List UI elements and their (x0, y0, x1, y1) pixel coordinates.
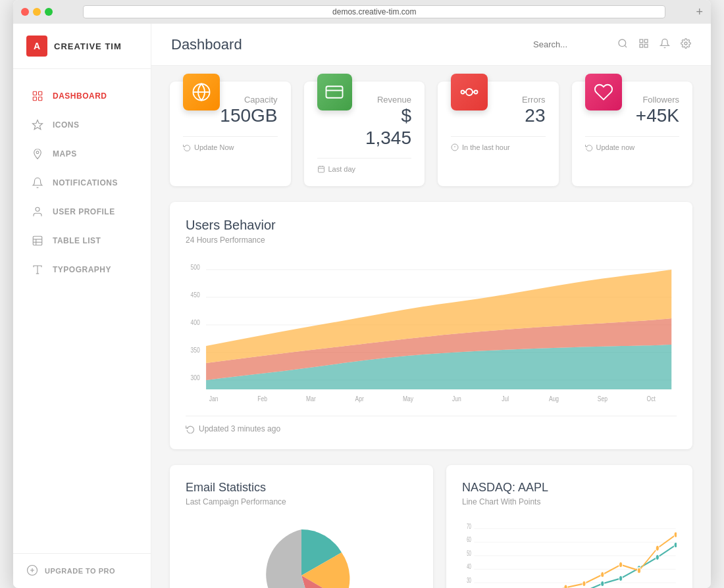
sidebar-navigation: DASHBOARD ICONS (13, 69, 151, 553)
capacity-footer: Update Now (183, 136, 278, 151)
sidebar-item-typography-label: TYPOGRAPHY (53, 265, 111, 274)
logo-icon: A (26, 36, 47, 57)
sidebar-item-table-list[interactable]: TABLE LIST (18, 227, 145, 255)
errors-label: Errors (522, 95, 545, 105)
svg-text:450: 450 (190, 291, 200, 299)
revenue-value: $ 1,345 (352, 105, 411, 149)
stat-card-top-errors: Errors 23 (451, 95, 546, 127)
svg-point-98 (674, 532, 677, 538)
svg-text:Jan: Jan (209, 395, 219, 403)
svg-point-93 (582, 581, 586, 587)
svg-text:350: 350 (190, 346, 200, 354)
sidebar-bottom: UPGRADE TO PRO (13, 553, 151, 588)
table-list-icon (32, 235, 43, 247)
nasdaq-chart-svg: 70 60 50 40 30 20 10 0 (462, 520, 677, 588)
icons-icon (32, 119, 43, 131)
svg-point-92 (564, 585, 567, 588)
minimize-dot[interactable] (33, 8, 41, 16)
svg-text:50: 50 (467, 549, 471, 557)
stat-card-top-followers: Followers +45K (585, 95, 680, 127)
browser-window: demos.creative-tim.com + A CREATIVE TIM (13, 0, 711, 588)
svg-rect-18 (640, 39, 643, 43)
search-icon[interactable] (617, 38, 628, 51)
stat-card-revenue: Revenue $ 1,345 Last day (304, 82, 425, 186)
content-area: Capacity 150GB Update Now (151, 66, 711, 588)
maximize-dot[interactable] (45, 8, 53, 16)
nasdaq-subtitle: Line Chart With Points (462, 497, 677, 506)
svg-text:60: 60 (467, 536, 471, 544)
search-bar (533, 38, 628, 51)
upgrade-label: UPGRADE TO PRO (45, 567, 115, 575)
top-bar-right (533, 38, 691, 51)
sidebar-item-maps-label: MAPS (53, 149, 77, 159)
followers-footer: Update now (585, 136, 680, 151)
sidebar-item-dashboard-label: DASHBOARD (53, 91, 107, 101)
sidebar-item-typography[interactable]: TYPOGRAPHY (18, 256, 145, 283)
followers-icon-box (585, 74, 622, 110)
behavior-chart-svg: 500 450 400 350 300 (186, 258, 677, 409)
browser-bar: demos.creative-tim.com + (13, 0, 711, 24)
url-bar[interactable]: demos.creative-tim.com (83, 5, 665, 18)
capacity-info: Capacity 150GB (220, 95, 277, 127)
svg-text:Sep: Sep (598, 395, 608, 403)
sidebar-item-user-profile[interactable]: USER PROFILE (18, 198, 145, 226)
sidebar-item-icons[interactable]: ICONS (18, 111, 145, 139)
bell-icon[interactable] (659, 38, 670, 51)
capacity-icon-box (183, 74, 220, 110)
dashboard-icon (32, 90, 43, 102)
upgrade-to-pro-button[interactable]: UPGRADE TO PRO (26, 564, 138, 577)
sidebar-item-notifications[interactable]: NOTIFICATIONS (18, 169, 145, 197)
followers-value: +45K (636, 105, 679, 127)
capacity-footer-text: Update Now (194, 143, 234, 151)
nasdaq-card: NASDAQ: AAPL Line Chart With Points 70 6… (446, 465, 692, 588)
sidebar-item-dashboard[interactable]: DASHBOARD (18, 82, 145, 110)
bottom-row: Email Statistics Last Campaign Performan… (170, 465, 692, 588)
svg-rect-7 (33, 236, 42, 245)
svg-point-94 (601, 572, 604, 577)
sidebar-item-icons-label: ICONS (53, 120, 80, 130)
user-profile-icon (32, 206, 43, 218)
followers-footer-text: Update now (596, 143, 635, 151)
revenue-icon-box (317, 74, 353, 110)
svg-text:Apr: Apr (355, 395, 365, 403)
svg-text:Oct: Oct (646, 395, 656, 403)
sidebar-item-notifications-label: NOTIFICATIONS (53, 178, 118, 187)
svg-point-22 (685, 42, 687, 45)
svg-rect-1 (39, 91, 42, 95)
behavior-chart-subtitle: 24 Hours Performance (186, 235, 677, 245)
stat-card-top: Capacity 150GB (183, 95, 278, 127)
sidebar-item-maps[interactable]: MAPS (18, 140, 145, 168)
svg-point-5 (36, 151, 39, 154)
search-input[interactable] (533, 39, 612, 49)
nasdaq-title: NASDAQ: AAPL (462, 481, 677, 495)
close-dot[interactable] (21, 8, 29, 16)
svg-rect-21 (644, 44, 648, 47)
sidebar-item-user-profile-label: USER PROFILE (53, 207, 115, 216)
settings-icon[interactable] (681, 38, 691, 51)
svg-rect-2 (33, 97, 36, 101)
revenue-info: Revenue $ 1,345 (352, 95, 411, 149)
revenue-footer: Last day (317, 158, 412, 173)
svg-text:40: 40 (467, 563, 471, 571)
email-stats-card: Email Statistics Last Campaign Performan… (170, 465, 433, 588)
grid-icon[interactable] (638, 38, 649, 51)
svg-text:300: 300 (190, 374, 200, 381)
revenue-footer-text: Last day (328, 165, 356, 173)
chart-footer: Updated 3 minutes ago (186, 416, 677, 433)
svg-text:Jul: Jul (502, 395, 509, 403)
svg-point-85 (656, 554, 659, 560)
chart-updated-text: Updated 3 minutes ago (199, 424, 280, 433)
stat-card-followers: Followers +45K Update now (572, 82, 693, 186)
svg-point-16 (619, 39, 626, 47)
svg-text:70: 70 (467, 522, 471, 530)
followers-info: Followers +45K (636, 95, 679, 127)
new-tab-button[interactable]: + (696, 5, 703, 19)
svg-rect-27 (318, 166, 324, 172)
stat-card-errors: Errors 23 In the last hour (438, 82, 559, 186)
typography-icon (32, 264, 43, 276)
svg-text:Aug: Aug (549, 395, 559, 403)
behavior-chart-title: Users Behavior (186, 218, 677, 233)
followers-label: Followers (636, 95, 679, 105)
svg-point-33 (475, 91, 478, 94)
svg-point-82 (601, 581, 604, 587)
